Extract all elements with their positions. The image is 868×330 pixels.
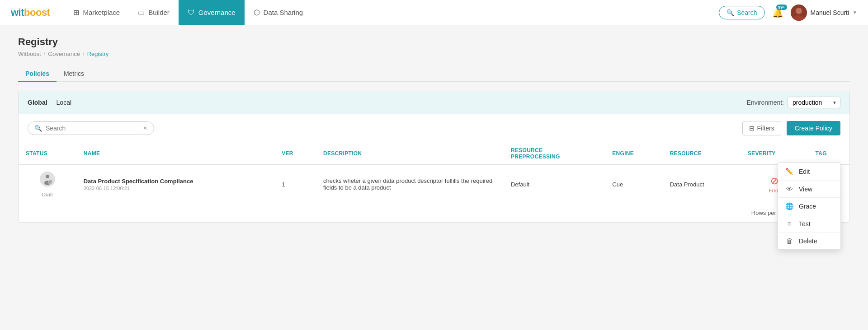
avatar (791, 5, 807, 21)
test-label: Test (799, 220, 811, 228)
environment-dropdown-wrapper: production staging development (788, 97, 840, 108)
content-card: Global Local Environment: production sta… (18, 91, 850, 223)
svg-point-4 (46, 175, 49, 178)
context-menu-delete[interactable]: 🗑 Delete (778, 232, 840, 233)
filters-icon: ⊟ (749, 125, 755, 132)
filters-label: Filters (757, 125, 774, 132)
context-menu: ✏️ Edit 👁 View 🌐 Grace ≡ Test 🗑 Delete (778, 163, 841, 233)
table-row: Draft Data Product Specification Complia… (19, 165, 849, 204)
pagination-row: Rows per page: 25 50 100 1-1 of 1 (19, 204, 849, 222)
view-label: View (799, 186, 812, 193)
nav-data-sharing[interactable]: ⬡ Data Sharing (245, 0, 312, 25)
scope-tab-local[interactable]: Local (57, 99, 71, 106)
search-label: Search (737, 9, 757, 16)
error-icon: ⊘ (770, 175, 778, 187)
breadcrumb-witboost[interactable]: Witboost (18, 51, 41, 57)
nav-items: ⊞ Marketplace ▭ Builder 🛡 Governance ⬡ D… (64, 0, 719, 25)
edit-label: Edit (799, 168, 810, 175)
search-input-wrap: 🔍 ✕ (28, 121, 154, 135)
navbar: witboost ⊞ Marketplace ▭ Builder 🛡 Gover… (0, 0, 868, 25)
user-name: Manuel Scurti (811, 9, 849, 16)
col-name: NAME (76, 143, 274, 165)
policy-name: Data Product Specification Compliance (84, 178, 267, 185)
scope-tabs: Global Local (28, 99, 71, 106)
table-header-row: STATUS NAME VER DESCRIPTION RESOURCEPREP… (19, 143, 849, 165)
col-status: STATUS (19, 143, 76, 165)
col-ver: VER (274, 143, 316, 165)
cell-ver: 1 (274, 165, 316, 204)
nav-right: 🔍 Search 🔔 99+ Manuel Scurti ▼ (719, 5, 857, 21)
logo-boost: boost (24, 7, 50, 18)
data-sharing-icon: ⬡ (254, 8, 260, 17)
nav-data-sharing-label: Data Sharing (264, 9, 303, 16)
cell-engine: Cue (605, 165, 662, 204)
governance-icon: 🛡 (188, 9, 195, 17)
breadcrumb-governance[interactable]: Governance (48, 51, 80, 57)
breadcrumb-current: Registry (87, 51, 109, 57)
col-engine: ENGINE (605, 143, 662, 165)
breadcrumb-sep-2: / (83, 51, 85, 57)
create-policy-label: Create Policy (795, 125, 832, 132)
environment-select-wrapper: Environment: production staging developm… (747, 97, 840, 108)
user-area[interactable]: Manuel Scurti ▼ (791, 5, 858, 21)
page-title: Registry (18, 36, 850, 48)
view-icon: 👁 (785, 185, 793, 193)
cell-description: checks wheter a given data product descr… (316, 165, 504, 204)
filter-bar: Global Local Environment: production sta… (19, 91, 849, 114)
context-menu-grace[interactable]: 🌐 Grace (778, 198, 840, 215)
clear-search-icon[interactable]: ✕ (143, 125, 147, 131)
grace-label: Grace (799, 203, 816, 210)
nav-builder[interactable]: ▭ Builder (129, 0, 179, 25)
search-input[interactable] (46, 125, 139, 132)
cell-name: Data Product Specification Compliance 20… (76, 165, 274, 204)
notification-badge: 99+ (776, 5, 787, 10)
search-input-icon: 🔍 (34, 125, 42, 132)
nav-marketplace[interactable]: ⊞ Marketplace (64, 0, 129, 25)
breadcrumb: Witboost / Governance / Registry (18, 51, 850, 57)
tab-policies[interactable]: Policies (18, 66, 57, 82)
nav-governance-label: Governance (198, 9, 236, 16)
svg-point-1 (796, 8, 802, 14)
nav-builder-label: Builder (148, 9, 170, 16)
nav-marketplace-label: Marketplace (83, 9, 120, 16)
cell-resource-preprocessing: Default (504, 165, 605, 204)
grace-icon: 🌐 (785, 202, 793, 210)
policy-date: 2023-06-15 12:00:21 (84, 186, 267, 191)
cell-resource: Data Product (663, 165, 741, 204)
nav-governance[interactable]: 🛡 Governance (179, 0, 245, 25)
edit-icon: ✏️ (785, 167, 793, 176)
create-policy-button[interactable]: Create Policy (787, 121, 840, 135)
col-tag: TAG (808, 143, 849, 165)
global-search-button[interactable]: 🔍 Search (719, 6, 764, 19)
environment-label: Environment: (747, 99, 784, 106)
context-menu-view[interactable]: 👁 View (778, 181, 840, 197)
filters-button[interactable]: ⊟ Filters (742, 121, 781, 135)
notification-button[interactable]: 🔔 99+ (772, 7, 783, 18)
context-menu-test[interactable]: ≡ Test (778, 215, 840, 232)
policies-table: STATUS NAME VER DESCRIPTION RESOURCEPREP… (19, 143, 849, 204)
builder-icon: ▭ (138, 8, 145, 17)
col-resource-preprocessing: RESOURCEPREPROCESSING (504, 143, 605, 165)
col-severity: SEVERITY (741, 143, 808, 165)
actions-right: ⊟ Filters Create Policy (742, 121, 840, 135)
col-description: DESCRIPTION (316, 143, 504, 165)
cell-status: Draft (19, 165, 76, 204)
marketplace-icon: ⊞ (73, 8, 79, 17)
logo[interactable]: witboost (11, 7, 50, 19)
status-label: Draft (42, 192, 53, 197)
page-content: Registry Witboost / Governance / Registr… (0, 25, 868, 233)
status-icon (39, 171, 56, 190)
environment-dropdown[interactable]: production staging development (788, 97, 840, 108)
breadcrumb-sep-1: / (44, 51, 46, 57)
test-icon: ≡ (785, 220, 793, 228)
col-resource: RESOURCE (663, 143, 741, 165)
tab-metrics[interactable]: Metrics (57, 66, 91, 82)
user-dropdown-icon: ▼ (853, 10, 857, 15)
context-menu-edit[interactable]: ✏️ Edit (778, 163, 840, 180)
scope-tab-global[interactable]: Global (28, 99, 47, 106)
search-icon: 🔍 (726, 9, 734, 16)
page-tabs: Policies Metrics (18, 66, 850, 82)
logo-wit: wit (11, 7, 24, 18)
search-actions-row: 🔍 ✕ ⊟ Filters Create Policy (19, 114, 849, 143)
